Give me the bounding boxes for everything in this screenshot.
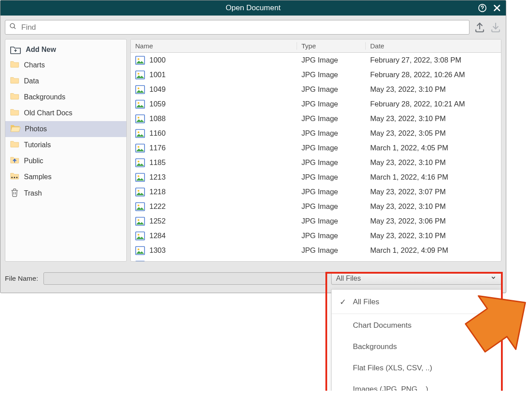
sidebar-item-old-chart-docs[interactable]: Old Chart Docs bbox=[5, 105, 126, 121]
divider bbox=[332, 314, 501, 314]
file-date: February 28, 2022, 10:21 AM bbox=[366, 100, 501, 108]
file-type: JPG Image bbox=[297, 129, 366, 137]
file-row[interactable]: 1284JPG ImageMay 23, 2022, 3:10 PM bbox=[131, 228, 501, 243]
sidebar-item-samples[interactable]: Samples bbox=[5, 169, 126, 185]
search-input[interactable] bbox=[20, 23, 466, 32]
sidebar-item-label: Backgrounds bbox=[24, 93, 65, 101]
file-list: Name Type Date 1000JPG ImageFebruary 27,… bbox=[130, 39, 501, 262]
folder-icon bbox=[10, 172, 20, 182]
svg-rect-3 bbox=[12, 177, 13, 178]
sidebar-item-data[interactable]: Data bbox=[5, 73, 126, 89]
svg-point-25 bbox=[137, 190, 139, 192]
svg-point-9 bbox=[137, 73, 139, 75]
open-document-dialog: Open Document bbox=[0, 0, 506, 293]
file-row[interactable]: 1252JPG ImageMay 23, 2022, 3:06 PM bbox=[131, 214, 501, 228]
titlebar: Open Document bbox=[0, 0, 506, 16]
sidebar-item-label: Photos bbox=[25, 125, 47, 133]
svg-point-31 bbox=[137, 234, 139, 235]
filetype-option[interactable]: Backgrounds bbox=[332, 336, 501, 357]
filetype-option-label: Images (JPG, PNG, ..) bbox=[353, 385, 428, 391]
search-icon bbox=[9, 22, 17, 32]
image-file-icon bbox=[135, 85, 145, 94]
file-row[interactable]: 1304JPG ImageMay 23, 2022, 3:06 PM bbox=[131, 258, 501, 261]
svg-point-23 bbox=[137, 175, 139, 177]
filetype-select-button[interactable]: All Files bbox=[331, 272, 501, 285]
filetype-option[interactable]: Chart Documents bbox=[332, 315, 501, 336]
image-file-icon bbox=[135, 158, 145, 167]
file-type: JPG Image bbox=[297, 71, 366, 79]
sidebar-item-charts[interactable]: Charts bbox=[5, 57, 126, 73]
column-headers: Name Type Date bbox=[131, 39, 501, 53]
sidebar-item-label: Public bbox=[24, 157, 43, 165]
file-row[interactable]: 1001JPG ImageFebruary 28, 2022, 10:26 AM bbox=[131, 67, 501, 82]
sidebar-item-trash[interactable]: Trash bbox=[5, 185, 126, 202]
filename-input[interactable] bbox=[43, 272, 326, 285]
file-name: 1222 bbox=[149, 202, 166, 211]
close-icon[interactable] bbox=[493, 4, 501, 12]
file-type: JPG Image bbox=[297, 158, 366, 167]
filetype-select[interactable]: All Files ✓All FilesChart DocumentsBackg… bbox=[331, 272, 501, 285]
folder-icon bbox=[10, 156, 20, 166]
file-row[interactable]: 1222JPG ImageMay 23, 2022, 3:10 PM bbox=[131, 199, 501, 214]
file-row[interactable]: 1303JPG ImageMarch 1, 2022, 4:09 PM bbox=[131, 243, 501, 258]
folder-icon bbox=[10, 76, 20, 86]
svg-point-11 bbox=[137, 87, 139, 89]
file-row[interactable]: 1185JPG ImageMay 23, 2022, 3:10 PM bbox=[131, 155, 501, 170]
svg-point-19 bbox=[137, 146, 139, 148]
file-list-scroll[interactable]: 1000JPG ImageFebruary 27, 2022, 3:08 PM1… bbox=[131, 53, 501, 261]
filetype-option[interactable]: Flat Files (XLS, CSV, ..) bbox=[332, 357, 501, 379]
download-icon[interactable] bbox=[490, 22, 501, 33]
file-row[interactable]: 1218JPG ImageMay 23, 2022, 3:07 PM bbox=[131, 184, 501, 199]
add-new-button[interactable]: Add New bbox=[5, 42, 126, 57]
filetype-option-label: All Files bbox=[353, 298, 379, 306]
col-header-name[interactable]: Name bbox=[131, 42, 297, 50]
file-row[interactable]: 1213JPG ImageMarch 1, 2022, 4:16 PM bbox=[131, 170, 501, 184]
image-file-icon bbox=[135, 246, 145, 255]
sidebar-item-label: Trash bbox=[24, 189, 42, 197]
file-name: 1213 bbox=[149, 173, 166, 181]
file-name: 1049 bbox=[149, 85, 166, 94]
add-new-label: Add New bbox=[26, 46, 56, 54]
file-date: March 1, 2022, 4:09 PM bbox=[366, 246, 501, 255]
svg-point-15 bbox=[137, 117, 139, 118]
file-date: March 1, 2022, 4:05 PM bbox=[366, 144, 501, 152]
file-name: 1160 bbox=[149, 129, 166, 137]
file-row[interactable]: 1000JPG ImageFebruary 27, 2022, 3:08 PM bbox=[131, 53, 501, 67]
file-type: JPG Image bbox=[297, 232, 366, 240]
upload-icon[interactable] bbox=[474, 22, 485, 33]
dialog-title: Open Document bbox=[226, 4, 281, 12]
file-row[interactable]: 1088JPG ImageMay 23, 2022, 3:10 PM bbox=[131, 111, 501, 126]
filetype-option[interactable]: ✓All Files bbox=[332, 291, 501, 313]
svg-point-1 bbox=[482, 10, 482, 10]
file-type: JPG Image bbox=[297, 173, 366, 181]
trash-icon bbox=[10, 188, 20, 199]
file-row[interactable]: 1049JPG ImageMay 23, 2022, 3:10 PM bbox=[131, 82, 501, 97]
file-name: 1185 bbox=[149, 158, 166, 167]
search-box[interactable] bbox=[5, 20, 469, 35]
sidebar-item-tutorials[interactable]: Tutorials bbox=[5, 137, 126, 153]
file-name: 1218 bbox=[149, 188, 166, 196]
file-row[interactable]: 1160JPG ImageMay 23, 2022, 3:05 PM bbox=[131, 126, 501, 141]
filetype-option[interactable]: Images (JPG, PNG, ..) bbox=[332, 379, 501, 391]
file-row[interactable]: 1176JPG ImageMarch 1, 2022, 4:05 PM bbox=[131, 141, 501, 155]
col-header-type[interactable]: Type bbox=[297, 42, 366, 50]
sidebar-item-backgrounds[interactable]: Backgrounds bbox=[5, 89, 126, 105]
sidebar-item-label: Tutorials bbox=[24, 141, 51, 149]
filetype-selected-label: All Files bbox=[336, 275, 361, 283]
col-header-date[interactable]: Date bbox=[366, 42, 501, 50]
filetype-option-label: Chart Documents bbox=[353, 321, 411, 330]
file-date: May 23, 2022, 3:10 PM bbox=[366, 114, 501, 123]
sidebar-item-public[interactable]: Public bbox=[5, 153, 126, 169]
folder-icon bbox=[10, 60, 20, 71]
sidebar-item-photos[interactable]: Photos bbox=[5, 121, 126, 137]
sidebar-item-label: Samples bbox=[24, 173, 51, 181]
image-file-icon bbox=[135, 261, 145, 262]
file-type: JPG Image bbox=[297, 85, 366, 94]
sidebar-item-label: Data bbox=[24, 77, 39, 85]
filetype-option-label: Backgrounds bbox=[353, 342, 397, 351]
help-icon[interactable] bbox=[477, 3, 487, 13]
image-file-icon bbox=[135, 129, 145, 138]
chevron-down-icon bbox=[490, 275, 497, 283]
file-name: 1059 bbox=[149, 100, 166, 108]
file-row[interactable]: 1059JPG ImageFebruary 28, 2022, 10:21 AM bbox=[131, 97, 501, 111]
